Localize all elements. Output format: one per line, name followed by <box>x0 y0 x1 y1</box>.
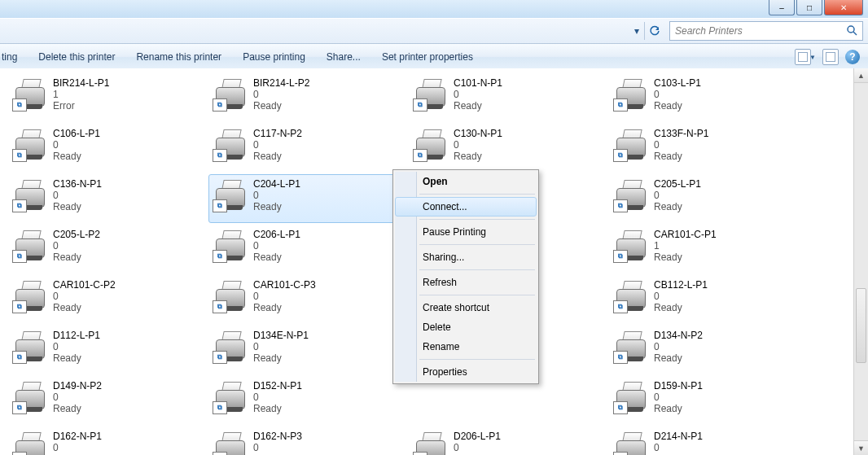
printer-job-count: 0 <box>454 89 502 100</box>
printer-item[interactable]: ⧉D159-N-P10Ready <box>609 376 809 425</box>
context-pause-printing[interactable]: Pause Printing <box>395 222 537 242</box>
printer-item[interactable]: ⧉C133F-N-P10Ready <box>609 124 809 173</box>
printer-status: Ready <box>654 201 701 212</box>
printer-text: C130-N-P10Ready <box>454 126 502 162</box>
workspace: ⧉BIR214-L-P11Error⧉BIR214-L-P20Ready⧉C10… <box>0 68 868 455</box>
printer-job-count: 0 <box>253 442 302 453</box>
printer-job-count: 1 <box>654 240 717 252</box>
scroll-down-arrow-icon[interactable]: ▼ <box>854 440 868 455</box>
maximize-button[interactable]: □ <box>796 0 822 15</box>
printer-icon: ⧉ <box>613 177 649 212</box>
printer-status: Error <box>53 100 109 112</box>
search-input[interactable]: Search Printers <box>669 21 863 41</box>
printer-item[interactable]: ⧉D149-N-P20Ready <box>8 376 208 425</box>
printer-name: C205-L-P1 <box>654 178 701 190</box>
context-open[interactable]: Open <box>395 172 537 191</box>
context-refresh[interactable]: Refresh <box>395 273 537 292</box>
command-cut-left[interactable]: ting <box>2 51 17 63</box>
address-history-chevron-icon[interactable]: ▾ <box>629 22 644 40</box>
printer-job-count: 0 <box>253 392 302 403</box>
printer-icon: ⧉ <box>613 378 649 414</box>
printer-item[interactable]: ⧉C130-N-P10Ready <box>409 124 609 173</box>
printer-item[interactable]: ⧉C206-L-P10Ready <box>208 225 409 273</box>
printer-item[interactable]: ⧉D134-N-P20Ready <box>609 326 809 374</box>
printer-item[interactable]: ⧉D152-N-P10Ready <box>208 376 409 425</box>
printer-item[interactable]: ⧉C101-N-P10Ready <box>409 73 609 122</box>
printer-icon: ⧉ <box>213 76 248 112</box>
printer-text: D134-N-P20Ready <box>654 328 703 364</box>
window-controls: – □ ✕ <box>769 0 863 15</box>
printer-job-count: 0 <box>53 291 116 302</box>
printer-item[interactable]: ⧉CB112-L-P10Ready <box>609 275 809 324</box>
vertical-scrollbar[interactable]: ▲ ▼ <box>853 68 868 455</box>
printer-job-count: 0 <box>253 240 300 252</box>
printer-status: Ready <box>654 100 701 112</box>
printer-job-count: 0 <box>253 190 300 201</box>
printer-text: CAR101-C-P30Ready <box>253 278 316 313</box>
printer-icon: ⧉ <box>613 278 649 313</box>
context-connect[interactable]: Connect... <box>395 197 537 217</box>
printer-job-count: 1 <box>53 89 109 100</box>
printer-icon: ⧉ <box>613 126 649 162</box>
printer-item[interactable]: ⧉C103-L-P10Ready <box>609 73 809 122</box>
printer-item[interactable]: ⧉BIR214-L-P20Ready <box>208 73 409 122</box>
rename-printer-command[interactable]: Rename this printer <box>136 51 221 63</box>
scroll-up-arrow-icon[interactable]: ▲ <box>854 68 868 83</box>
context-properties[interactable]: Properties <box>395 362 537 382</box>
delete-printer-command[interactable]: Delete this printer <box>38 51 115 63</box>
scroll-thumb[interactable] <box>856 288 866 363</box>
printer-name: CB112-L-P1 <box>654 279 708 291</box>
printer-job-count: 0 <box>654 341 703 352</box>
context-sharing[interactable]: Sharing... <box>395 247 537 267</box>
printer-text: CB112-L-P10Ready <box>654 278 708 313</box>
printer-properties-command[interactable]: Set printer properties <box>382 51 473 63</box>
printer-item[interactable]: ⧉C136-N-P10Ready <box>8 174 208 223</box>
printer-item[interactable]: ⧉CAR101-C-P30Ready <box>208 275 409 324</box>
refresh-button[interactable] <box>644 22 664 40</box>
printer-item[interactable]: ⧉CAR101-C-P11Ready <box>609 225 809 273</box>
printer-item[interactable]: ⧉BIR214-L-P11Error <box>8 73 208 122</box>
printer-name: CAR101-C-P1 <box>654 229 717 240</box>
printer-item[interactable]: ⧉D162-N-P10Ready <box>8 427 208 455</box>
printer-icon: ⧉ <box>213 378 248 414</box>
printer-icon: ⧉ <box>613 328 649 364</box>
printer-name: C133F-N-P1 <box>654 128 708 139</box>
printer-text: C206-L-P10Ready <box>253 227 300 263</box>
close-button[interactable]: ✕ <box>824 0 863 15</box>
printer-status: Ready <box>253 151 302 162</box>
printer-item[interactable]: ⧉C204-L-P10Ready <box>208 174 409 223</box>
printer-item[interactable]: ⧉D214-N-P10Ready <box>609 427 809 455</box>
printer-name: C206-L-P1 <box>253 229 300 240</box>
printer-status: Ready <box>53 352 100 364</box>
printer-item[interactable]: ⧉C117-N-P20Ready <box>208 124 409 173</box>
printer-item[interactable]: ⧉C205-L-P10Ready <box>609 174 809 223</box>
printer-item[interactable]: ⧉CAR101-C-P20Ready <box>8 275 208 324</box>
printer-item[interactable]: ⧉D206-L-P10Ready <box>409 427 609 455</box>
share-command[interactable]: Share... <box>327 51 361 63</box>
printer-text: D162-N-P30Ready <box>253 429 302 455</box>
pause-printing-command[interactable]: Pause printing <box>243 51 305 63</box>
printer-item[interactable]: ⧉D112-L-P10Ready <box>8 326 208 374</box>
printer-icon: ⧉ <box>213 278 248 313</box>
preview-pane-button[interactable] <box>822 49 839 65</box>
printer-icon: ⧉ <box>613 227 649 263</box>
printer-status: Ready <box>253 201 300 212</box>
printer-icon: ⧉ <box>12 328 48 364</box>
printer-item[interactable]: ⧉D134E-N-P10Ready <box>208 326 409 374</box>
printer-icon: ⧉ <box>213 227 248 263</box>
help-button[interactable]: ? <box>845 50 860 64</box>
view-options-button[interactable]: ▼ <box>795 49 816 65</box>
minimize-button[interactable]: – <box>769 0 795 15</box>
printer-job-count: 0 <box>654 139 708 151</box>
printer-name: D162-N-P1 <box>53 431 102 442</box>
printer-item[interactable]: ⧉C106-L-P10Ready <box>8 124 208 173</box>
printer-job-count: 0 <box>654 442 703 453</box>
printer-icon: ⧉ <box>12 429 48 455</box>
context-create-shortcut[interactable]: Create shortcut <box>395 298 537 317</box>
context-rename[interactable]: Rename <box>395 337 537 357</box>
printer-item[interactable]: ⧉C205-L-P20Ready <box>8 225 208 273</box>
printer-status: Ready <box>654 403 703 414</box>
printer-item[interactable]: ⧉D162-N-P30Ready <box>208 427 409 455</box>
context-delete[interactable]: Delete <box>395 317 537 337</box>
printer-name: D162-N-P3 <box>253 431 302 442</box>
